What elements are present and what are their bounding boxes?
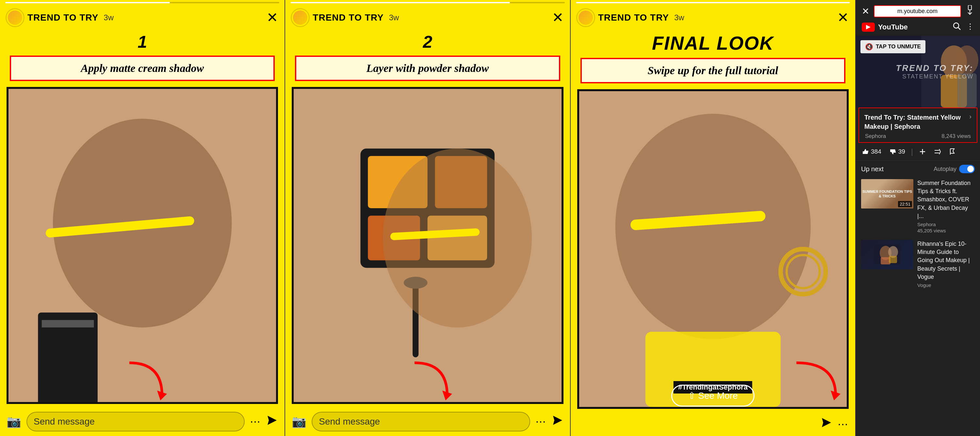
arrow-svg-3 xyxy=(783,356,849,409)
avatar-inner-1 xyxy=(8,10,22,25)
yt-close-icon[interactable]: ✕ xyxy=(862,6,869,17)
share-action-svg xyxy=(934,148,941,155)
flag-svg xyxy=(949,148,956,155)
yt-video-title: Trend To Try: Statement Yellow Makeup | … xyxy=(864,113,969,131)
yt-add-button[interactable] xyxy=(916,146,929,157)
story-header-1: TREND TO TRY 3w ✕ xyxy=(0,3,285,29)
svg-marker-18 xyxy=(553,416,562,425)
yt-overlay-line1: TREND TO TRY: xyxy=(896,63,974,73)
youtube-panel: ✕ m.youtube.com YouTube ⋮ xyxy=(856,0,980,436)
story-footer-1: 📷 Send message ⋯ xyxy=(0,407,285,436)
yt-chevron-icon[interactable]: › xyxy=(969,113,972,120)
yt-url-bar[interactable]: m.youtube.com xyxy=(874,5,961,17)
story-close-1[interactable]: ✕ xyxy=(267,11,278,24)
yt-share-icon[interactable] xyxy=(966,5,974,17)
story-time-3: 3w xyxy=(674,13,684,22)
story-username-2: TREND TO TRY xyxy=(313,13,383,23)
yt-more-icon[interactable]: ⋮ xyxy=(966,22,974,32)
yt-browser-bar: YouTube ⋮ xyxy=(856,20,980,36)
svg-rect-4 xyxy=(42,320,94,327)
yt-rec-info-2: Rihanna's Epic 10-Minute Guide to Going … xyxy=(917,240,975,289)
more-icon-3[interactable]: ⋯ xyxy=(838,418,849,430)
yt-play-triangle xyxy=(866,25,870,29)
yt-views: 8,243 views xyxy=(942,133,971,140)
send-icon-2[interactable] xyxy=(552,414,563,429)
story-caption-3: Swipe up for the full tutorial xyxy=(648,64,778,77)
yt-autoplay-row: Autoplay xyxy=(934,165,975,173)
story-step-1: 1 xyxy=(0,29,285,53)
yt-video-overlay: TREND TO TRY: STATEMENT YELLOW xyxy=(896,63,974,80)
svg-marker-6 xyxy=(267,416,277,425)
story-panel-1: TREND TO TRY 3w ✕ 1 Apply matte cream sh… xyxy=(0,0,285,436)
message-input-2[interactable]: Send message xyxy=(312,412,530,431)
story-footer-3: ⋯ xyxy=(571,412,855,436)
camera-icon-1[interactable]: 📷 xyxy=(6,415,21,428)
story-image-bg-2 xyxy=(294,89,561,402)
arrow-svg-1 xyxy=(110,356,175,409)
yt-action-row: 384 39 | xyxy=(856,143,980,161)
yt-rec-thumb-bg-2 xyxy=(861,240,913,269)
send-svg-1 xyxy=(266,414,278,426)
send-icon-3[interactable] xyxy=(821,417,832,431)
thumbs-down-svg xyxy=(889,148,896,155)
svg-marker-26 xyxy=(822,418,831,427)
yt-dislike-button[interactable]: 39 xyxy=(886,146,908,157)
yt-rec-duration-1: 22:51 xyxy=(898,201,912,207)
story-close-3[interactable]: ✕ xyxy=(837,11,849,24)
yt-like-button[interactable]: 384 xyxy=(859,146,885,157)
yt-rec-item-1[interactable]: SUMMER FOUNDATION TIPS & TRICKS 22:51 Su… xyxy=(856,176,980,236)
story-caption-1: Apply matte cream shadow xyxy=(81,62,204,74)
yt-like-count: 384 xyxy=(871,148,881,155)
story-username-3: TREND TO TRY xyxy=(598,13,669,23)
yt-rec-title-2: Rihanna's Epic 10-Minute Guide to Going … xyxy=(917,240,975,281)
more-icon-1[interactable]: ⋯ xyxy=(250,415,261,428)
yt-unmute-button[interactable]: 🔇 TAP TO UNMUTE xyxy=(861,40,926,53)
svg-point-29 xyxy=(953,23,959,28)
yt-video-container[interactable]: TREND TO TRY: STATEMENT YELLOW 🔇 TAP TO … xyxy=(856,36,980,107)
send-icon-1[interactable] xyxy=(266,414,278,429)
yt-icons-right: ⋮ xyxy=(953,22,974,32)
more-icon-2[interactable]: ⋯ xyxy=(535,415,547,428)
yt-rec-thumb-svg-2 xyxy=(874,245,900,264)
story-time-2: 3w xyxy=(389,13,399,22)
yt-title-row: Trend To Try: Statement Yellow Makeup | … xyxy=(864,113,972,131)
see-more-button[interactable]: ⇧ See More xyxy=(671,385,754,407)
yt-rec-channel-1: Sephora xyxy=(917,222,975,227)
message-input-1[interactable]: Send message xyxy=(27,412,245,431)
story-header-2: TREND TO TRY 3w ✕ xyxy=(285,3,570,29)
yt-logo-icon xyxy=(862,22,875,32)
story-caption-box-2: Layer with powder shadow xyxy=(295,56,560,81)
story-close-2[interactable]: ✕ xyxy=(552,11,563,24)
yt-action-divider-1: | xyxy=(910,147,914,156)
story-header-3: TREND TO TRY 3w ✕ xyxy=(571,3,855,29)
arrow-svg-2 xyxy=(395,356,460,409)
yt-rec-item-2[interactable]: Rihanna's Epic 10-Minute Guide to Going … xyxy=(856,236,980,292)
yt-flag-button[interactable] xyxy=(946,146,959,157)
yt-video-info: Trend To Try: Statement Yellow Makeup | … xyxy=(859,107,977,143)
story-caption-box-1: Apply matte cream shadow xyxy=(10,56,275,81)
yt-logo-area: YouTube xyxy=(862,22,908,32)
yt-channel-name: Sephora xyxy=(865,133,886,140)
story-image-svg-1 xyxy=(8,89,276,402)
yt-share-button[interactable] xyxy=(931,146,944,157)
yt-rec-info-1: Summer Foundation Tips & Tricks ft. Smas… xyxy=(917,179,975,233)
camera-icon-2[interactable]: 📷 xyxy=(292,415,306,428)
yt-rec-views-1: 45,205 views xyxy=(917,228,975,233)
yt-autoplay-label: Autoplay xyxy=(934,166,956,172)
story-caption-2: Layer with powder shadow xyxy=(366,62,489,74)
story-username-1: TREND TO TRY xyxy=(27,13,98,23)
story-panel-3: TREND TO TRY 3w ✕ FINAL LOOK Swipe up fo… xyxy=(571,0,856,436)
story-image-svg-2 xyxy=(294,89,561,402)
yt-autoplay-toggle[interactable] xyxy=(959,165,975,173)
story-avatar-3 xyxy=(577,9,594,26)
story-avatar-2 xyxy=(292,9,309,26)
yt-search-icon[interactable] xyxy=(953,22,961,32)
send-svg-3 xyxy=(821,417,832,428)
yt-recommended-list: SUMMER FOUNDATION TIPS & TRICKS 22:51 Su… xyxy=(856,176,980,436)
story-image-bg-1 xyxy=(8,89,276,402)
yt-rec-thumb-2 xyxy=(861,240,913,269)
search-svg xyxy=(953,22,961,30)
arrow-1 xyxy=(110,356,175,410)
yt-unmute-label: TAP TO UNMUTE xyxy=(876,43,921,50)
chevron-up-icon: ⇧ xyxy=(688,390,695,401)
